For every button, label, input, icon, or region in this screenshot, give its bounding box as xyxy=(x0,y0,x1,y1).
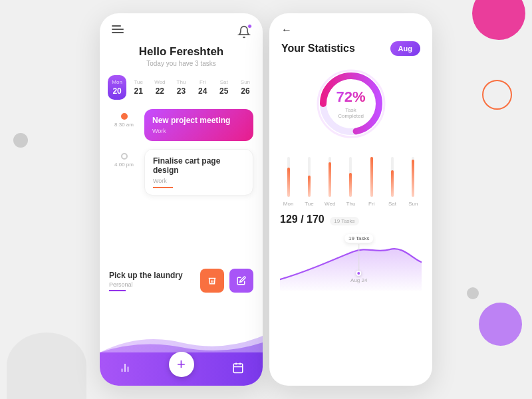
calendar-strip: Mon 20Tue 21Wed 22Thu 23Fri 24Sat 25Sun … xyxy=(100,75,263,100)
task-time-2: 4:00 pm xyxy=(114,162,134,168)
stats-nav-button[interactable] xyxy=(119,362,131,376)
bar-chart-bars xyxy=(280,150,422,197)
bar-track xyxy=(349,157,352,197)
cal-day-name: Mon xyxy=(109,79,125,85)
bar-label-sun: Sun xyxy=(405,201,422,207)
bar-track xyxy=(391,157,394,197)
bar-label-thu: Thu xyxy=(342,201,359,207)
greeting-name: Hello Fereshteh xyxy=(112,45,251,59)
cal-day-mon[interactable]: Mon 20 xyxy=(108,75,126,100)
bar-labels: MonTueWedThuFriSatSun xyxy=(280,201,422,207)
tasks-badge: 19 Tasks xyxy=(330,217,358,225)
donut-label: Task Completed xyxy=(332,107,369,119)
bar-col-fri xyxy=(363,157,380,197)
chart-tooltip: 19 Tasks Aug 24 xyxy=(344,234,373,283)
bar-track xyxy=(287,157,290,197)
cal-day-wed[interactable]: Wed 22 xyxy=(150,75,169,100)
line-chart: 19 Tasks Aug 24 xyxy=(269,231,432,386)
task-card-1[interactable]: New project meeting Work xyxy=(144,109,253,141)
task-time-1: 8:30 am xyxy=(114,122,134,128)
calendar-nav-button[interactable] xyxy=(232,362,244,376)
donut-center-text: 72% Task Completed xyxy=(332,88,369,119)
cal-day-num: 21 xyxy=(130,86,146,96)
cal-day-tue[interactable]: Tue 21 xyxy=(129,75,148,100)
hamburger-menu-button[interactable] xyxy=(112,25,124,33)
laundry-task-item: Pick up the laundry Personal xyxy=(109,269,253,293)
bar-label-fri: Fri xyxy=(363,201,380,207)
decorative-blob xyxy=(7,332,86,399)
delete-task-button[interactable] xyxy=(200,269,224,293)
tooltip-date: Aug 24 xyxy=(350,277,367,283)
bar-track xyxy=(370,157,373,197)
bar-col-sun xyxy=(405,157,422,197)
stats-count: 129 / 170 xyxy=(280,213,325,225)
task-title-2: Finalise cart page design xyxy=(153,156,245,175)
cal-day-name: Wed xyxy=(152,79,168,85)
bar-label-sat: Sat xyxy=(384,201,400,207)
cal-day-fri[interactable]: Fri 24 xyxy=(194,75,212,100)
laundry-tag: Personal xyxy=(109,281,195,288)
tooltip-dot xyxy=(356,271,362,276)
task-item-1: 8:30 am New project meeting Work xyxy=(109,109,253,141)
decorative-circle-gray xyxy=(467,287,479,299)
tooltip-line xyxy=(358,244,359,271)
add-task-button[interactable]: + xyxy=(169,352,194,377)
task-time-col-2: 4:00 pm xyxy=(109,149,139,168)
task-item-2: 4:00 pm Finalise cart page design Work xyxy=(109,149,253,196)
bar-fill xyxy=(412,160,414,197)
greeting-subtitle: Today you have 3 tasks xyxy=(112,60,251,67)
right-panel: ← Your Statistics Aug xyxy=(269,13,432,386)
cal-day-sat[interactable]: Sat 25 xyxy=(215,75,233,100)
bar-fill xyxy=(329,162,331,197)
bar-fill xyxy=(308,176,311,197)
cal-day-num: 20 xyxy=(109,86,125,96)
bar-track xyxy=(329,157,331,197)
back-button[interactable]: ← xyxy=(281,24,292,36)
cal-day-num: 25 xyxy=(216,86,232,96)
bar-col-mon xyxy=(280,157,297,197)
cal-day-thu[interactable]: Thu 23 xyxy=(172,75,190,100)
month-selector-button[interactable]: Aug xyxy=(390,41,420,56)
cal-day-num: 24 xyxy=(195,86,211,96)
bar-chart: MonTueWedThuFriSatSun xyxy=(269,150,432,207)
donut-chart-container: 72% Task Completed xyxy=(269,67,432,140)
bar-fill xyxy=(349,173,352,197)
stats-title-row: Your Statistics Aug xyxy=(269,41,432,64)
bar-fill xyxy=(287,168,290,197)
stats-title: Your Statistics xyxy=(281,43,355,55)
cal-day-name: Fri xyxy=(195,79,211,85)
edit-task-button[interactable] xyxy=(229,269,253,293)
stats-numbers: 129 / 170 19 Tasks xyxy=(269,213,432,231)
task-tag-1: Work xyxy=(152,128,245,134)
cal-day-name: Tue xyxy=(130,79,146,85)
donut-chart: 72% Task Completed xyxy=(315,67,388,140)
notification-bell-button[interactable] xyxy=(237,25,251,39)
tooltip-label: 19 Tasks xyxy=(344,234,373,243)
decorative-circle-purple xyxy=(479,303,522,346)
cal-day-sun[interactable]: Sun 26 xyxy=(236,75,255,100)
task-title-1: New project meeting xyxy=(152,116,245,125)
cal-day-name: Thu xyxy=(173,79,189,85)
cal-day-num: 26 xyxy=(237,86,253,96)
decorative-circle-pink xyxy=(472,0,525,40)
bar-track xyxy=(308,157,311,197)
right-header: ← xyxy=(269,13,432,41)
bar-col-tue xyxy=(301,157,317,197)
notification-dot xyxy=(247,24,252,29)
task-tag-line xyxy=(153,187,173,188)
task-time-col-1: 8:30 am xyxy=(109,109,139,128)
bar-track xyxy=(412,157,414,197)
task-dot-filled xyxy=(121,113,128,120)
left-header xyxy=(100,13,263,45)
decorative-circle-orange xyxy=(482,80,512,110)
bottom-navigation: + xyxy=(100,352,263,386)
wave-section xyxy=(100,299,263,352)
bar-col-wed xyxy=(322,157,338,197)
laundry-info: Pick up the laundry Personal xyxy=(109,271,195,291)
cal-day-num: 23 xyxy=(173,86,189,96)
bar-fill xyxy=(370,157,373,197)
left-panel: Hello Fereshteh Today you have 3 tasks M… xyxy=(100,13,263,386)
svg-rect-3 xyxy=(233,364,243,373)
task-card-2[interactable]: Finalise cart page design Work xyxy=(144,149,253,196)
bar-fill xyxy=(391,170,394,197)
